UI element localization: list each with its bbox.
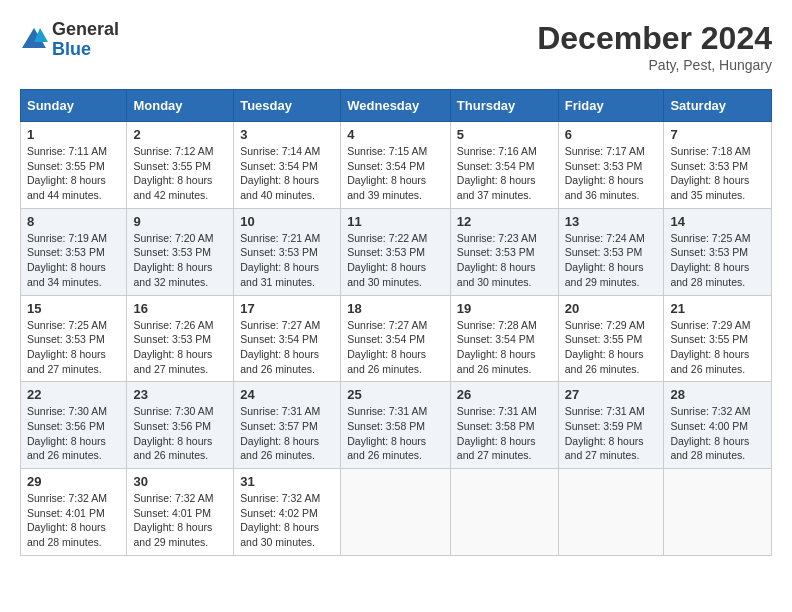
day-info: Sunrise: 7:11 AMSunset: 3:55 PMDaylight:…: [27, 144, 120, 203]
calendar-cell: 1Sunrise: 7:11 AMSunset: 3:55 PMDaylight…: [21, 122, 127, 209]
calendar-cell: 6Sunrise: 7:17 AMSunset: 3:53 PMDaylight…: [558, 122, 664, 209]
day-number: 27: [565, 387, 658, 402]
day-info: Sunrise: 7:27 AMSunset: 3:54 PMDaylight:…: [240, 318, 334, 377]
calendar-cell: 5Sunrise: 7:16 AMSunset: 3:54 PMDaylight…: [450, 122, 558, 209]
col-header-sunday: Sunday: [21, 90, 127, 122]
calendar-cell: 3Sunrise: 7:14 AMSunset: 3:54 PMDaylight…: [234, 122, 341, 209]
calendar-cell: 17Sunrise: 7:27 AMSunset: 3:54 PMDayligh…: [234, 295, 341, 382]
day-number: 19: [457, 301, 552, 316]
day-info: Sunrise: 7:26 AMSunset: 3:53 PMDaylight:…: [133, 318, 227, 377]
calendar-cell: 4Sunrise: 7:15 AMSunset: 3:54 PMDaylight…: [341, 122, 451, 209]
day-info: Sunrise: 7:25 AMSunset: 3:53 PMDaylight:…: [27, 318, 120, 377]
day-info: Sunrise: 7:32 AMSunset: 4:00 PMDaylight:…: [670, 404, 765, 463]
calendar-cell: [664, 469, 772, 556]
calendar-cell: [558, 469, 664, 556]
calendar-week-row: 8Sunrise: 7:19 AMSunset: 3:53 PMDaylight…: [21, 208, 772, 295]
day-info: Sunrise: 7:31 AMSunset: 3:58 PMDaylight:…: [457, 404, 552, 463]
day-number: 13: [565, 214, 658, 229]
calendar-cell: 27Sunrise: 7:31 AMSunset: 3:59 PMDayligh…: [558, 382, 664, 469]
day-number: 6: [565, 127, 658, 142]
day-number: 7: [670, 127, 765, 142]
day-number: 24: [240, 387, 334, 402]
day-info: Sunrise: 7:31 AMSunset: 3:57 PMDaylight:…: [240, 404, 334, 463]
day-info: Sunrise: 7:25 AMSunset: 3:53 PMDaylight:…: [670, 231, 765, 290]
day-number: 31: [240, 474, 334, 489]
day-number: 28: [670, 387, 765, 402]
calendar-cell: 8Sunrise: 7:19 AMSunset: 3:53 PMDaylight…: [21, 208, 127, 295]
day-info: Sunrise: 7:14 AMSunset: 3:54 PMDaylight:…: [240, 144, 334, 203]
calendar-header-row: SundayMondayTuesdayWednesdayThursdayFrid…: [21, 90, 772, 122]
title-block: December 2024 Paty, Pest, Hungary: [537, 20, 772, 73]
day-number: 2: [133, 127, 227, 142]
calendar-cell: 19Sunrise: 7:28 AMSunset: 3:54 PMDayligh…: [450, 295, 558, 382]
calendar-table: SundayMondayTuesdayWednesdayThursdayFrid…: [20, 89, 772, 556]
col-header-wednesday: Wednesday: [341, 90, 451, 122]
calendar-cell: 13Sunrise: 7:24 AMSunset: 3:53 PMDayligh…: [558, 208, 664, 295]
day-info: Sunrise: 7:17 AMSunset: 3:53 PMDaylight:…: [565, 144, 658, 203]
day-info: Sunrise: 7:22 AMSunset: 3:53 PMDaylight:…: [347, 231, 444, 290]
calendar-cell: 22Sunrise: 7:30 AMSunset: 3:56 PMDayligh…: [21, 382, 127, 469]
day-number: 21: [670, 301, 765, 316]
day-info: Sunrise: 7:30 AMSunset: 3:56 PMDaylight:…: [27, 404, 120, 463]
page-header: General Blue December 2024 Paty, Pest, H…: [20, 20, 772, 73]
day-number: 29: [27, 474, 120, 489]
day-number: 17: [240, 301, 334, 316]
day-number: 4: [347, 127, 444, 142]
day-number: 5: [457, 127, 552, 142]
calendar-cell: 25Sunrise: 7:31 AMSunset: 3:58 PMDayligh…: [341, 382, 451, 469]
col-header-saturday: Saturday: [664, 90, 772, 122]
day-number: 14: [670, 214, 765, 229]
logo-blue-text: Blue: [52, 40, 119, 60]
day-number: 26: [457, 387, 552, 402]
day-number: 25: [347, 387, 444, 402]
calendar-cell: 15Sunrise: 7:25 AMSunset: 3:53 PMDayligh…: [21, 295, 127, 382]
day-number: 3: [240, 127, 334, 142]
day-info: Sunrise: 7:32 AMSunset: 4:01 PMDaylight:…: [133, 491, 227, 550]
day-info: Sunrise: 7:32 AMSunset: 4:01 PMDaylight:…: [27, 491, 120, 550]
calendar-cell: 26Sunrise: 7:31 AMSunset: 3:58 PMDayligh…: [450, 382, 558, 469]
logo-general-text: General: [52, 20, 119, 40]
day-info: Sunrise: 7:21 AMSunset: 3:53 PMDaylight:…: [240, 231, 334, 290]
calendar-cell: 16Sunrise: 7:26 AMSunset: 3:53 PMDayligh…: [127, 295, 234, 382]
day-info: Sunrise: 7:29 AMSunset: 3:55 PMDaylight:…: [565, 318, 658, 377]
day-number: 23: [133, 387, 227, 402]
day-info: Sunrise: 7:32 AMSunset: 4:02 PMDaylight:…: [240, 491, 334, 550]
calendar-cell: 20Sunrise: 7:29 AMSunset: 3:55 PMDayligh…: [558, 295, 664, 382]
day-number: 1: [27, 127, 120, 142]
day-info: Sunrise: 7:30 AMSunset: 3:56 PMDaylight:…: [133, 404, 227, 463]
calendar-cell: 23Sunrise: 7:30 AMSunset: 3:56 PMDayligh…: [127, 382, 234, 469]
day-info: Sunrise: 7:27 AMSunset: 3:54 PMDaylight:…: [347, 318, 444, 377]
calendar-cell: 28Sunrise: 7:32 AMSunset: 4:00 PMDayligh…: [664, 382, 772, 469]
calendar-body: 1Sunrise: 7:11 AMSunset: 3:55 PMDaylight…: [21, 122, 772, 556]
calendar-cell: 31Sunrise: 7:32 AMSunset: 4:02 PMDayligh…: [234, 469, 341, 556]
col-header-monday: Monday: [127, 90, 234, 122]
col-header-friday: Friday: [558, 90, 664, 122]
day-number: 12: [457, 214, 552, 229]
col-header-thursday: Thursday: [450, 90, 558, 122]
day-number: 15: [27, 301, 120, 316]
day-info: Sunrise: 7:18 AMSunset: 3:53 PMDaylight:…: [670, 144, 765, 203]
calendar-cell: 11Sunrise: 7:22 AMSunset: 3:53 PMDayligh…: [341, 208, 451, 295]
month-title: December 2024: [537, 20, 772, 57]
calendar-week-row: 15Sunrise: 7:25 AMSunset: 3:53 PMDayligh…: [21, 295, 772, 382]
calendar-cell: 7Sunrise: 7:18 AMSunset: 3:53 PMDaylight…: [664, 122, 772, 209]
logo-icon: [20, 26, 48, 54]
day-info: Sunrise: 7:23 AMSunset: 3:53 PMDaylight:…: [457, 231, 552, 290]
calendar-cell: 21Sunrise: 7:29 AMSunset: 3:55 PMDayligh…: [664, 295, 772, 382]
day-number: 16: [133, 301, 227, 316]
col-header-tuesday: Tuesday: [234, 90, 341, 122]
day-info: Sunrise: 7:28 AMSunset: 3:54 PMDaylight:…: [457, 318, 552, 377]
day-info: Sunrise: 7:16 AMSunset: 3:54 PMDaylight:…: [457, 144, 552, 203]
day-number: 18: [347, 301, 444, 316]
day-number: 10: [240, 214, 334, 229]
day-number: 22: [27, 387, 120, 402]
location-text: Paty, Pest, Hungary: [537, 57, 772, 73]
calendar-cell: 2Sunrise: 7:12 AMSunset: 3:55 PMDaylight…: [127, 122, 234, 209]
calendar-cell: 10Sunrise: 7:21 AMSunset: 3:53 PMDayligh…: [234, 208, 341, 295]
day-number: 8: [27, 214, 120, 229]
day-info: Sunrise: 7:20 AMSunset: 3:53 PMDaylight:…: [133, 231, 227, 290]
calendar-cell: 29Sunrise: 7:32 AMSunset: 4:01 PMDayligh…: [21, 469, 127, 556]
calendar-cell: [450, 469, 558, 556]
calendar-cell: 14Sunrise: 7:25 AMSunset: 3:53 PMDayligh…: [664, 208, 772, 295]
day-number: 20: [565, 301, 658, 316]
